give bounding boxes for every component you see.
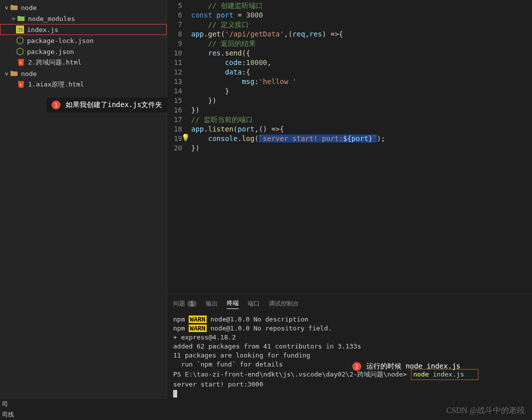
folder-label: node [21,70,37,78]
chevron-down-icon: v [3,70,10,77]
file-label: 2.跨域问题.html [28,58,82,67]
chevron-right-icon: > [10,16,17,22]
lightbulb-icon[interactable]: 💡 [181,133,190,142]
watermark: CSDN @战斗中的老段 [446,406,525,416]
bottom-panel: 问题1 输出 终端 端口 调试控制台 npm WARN node@1.0.0 N… [167,294,532,420]
file-package-json[interactable]: package.json [0,46,167,57]
annotation-1: 1 如果我创建了index.js文件夹 [47,98,167,112]
file-explorer: v node > node_modules JS index.js packag… [0,0,167,420]
npm-icon [16,36,24,44]
html-icon: 5 [17,80,25,88]
line-gutter: 567891011121314151617181920 [167,0,191,294]
status-bar: 司 司线 [0,399,167,420]
npm-icon [16,48,24,56]
panel-tabs: 问题1 输出 终端 端口 调试控制台 [167,294,532,311]
svg-text:5: 5 [20,61,22,65]
code-editor[interactable]: 567891011121314151617181920 💡 // 创建监听端口 … [167,0,532,294]
folder-label: node [21,4,37,12]
folder-node-2[interactable]: v node [0,68,167,79]
file-label: package.json [27,48,74,56]
js-icon: JS [16,26,24,34]
main-area: 567891011121314151617181920 💡 // 创建监听端口 … [167,0,532,420]
folder-icon [17,14,25,22]
tab-terminal[interactable]: 终端 [227,298,239,309]
svg-text:JS: JS [18,28,23,32]
terminal-cursor [173,390,177,398]
svg-text:5: 5 [20,83,22,87]
tab-debug-console[interactable]: 调试控制台 [269,298,299,309]
annotation-text: 运行的时候 node index.js [366,362,460,371]
file-index-js[interactable]: JS index.js [0,24,167,35]
problems-count: 1 [187,300,197,307]
folder-node-modules[interactable]: > node_modules [0,13,167,24]
file-package-lock[interactable]: package-lock.json [0,35,167,46]
tab-output[interactable]: 输出 [206,298,218,309]
file-ajax-html[interactable]: 5 1.aiax原理.html [0,79,167,90]
file-label: package-lock.json [27,37,94,44]
annotation-2: 2 运行的时候 node index.js [347,359,465,374]
tab-problems[interactable]: 问题1 [173,298,197,309]
folder-icon [10,4,18,12]
folder-icon [10,70,18,78]
annotation-badge: 1 [52,100,61,110]
annotation-badge: 2 [352,362,361,371]
chevron-down-icon: v [3,4,10,11]
html-icon: 5 [17,58,25,66]
folder-label: node_modules [28,15,75,22]
file-label: 1.aiax原理.html [28,80,84,89]
folder-node-1[interactable]: v node [0,2,167,13]
tab-ports[interactable]: 端口 [248,298,260,309]
code-body[interactable]: 💡 // 创建监听端口 const port = 3000 // 定义接口 ap… [191,0,532,294]
file-cors-html[interactable]: 5 2.跨域问题.html [0,57,167,68]
warn-badge: WARN [189,316,206,323]
warn-badge: WARN [189,324,206,332]
annotation-text: 如果我创建了index.js文件夹 [66,100,162,110]
file-label: index.js [27,26,59,34]
